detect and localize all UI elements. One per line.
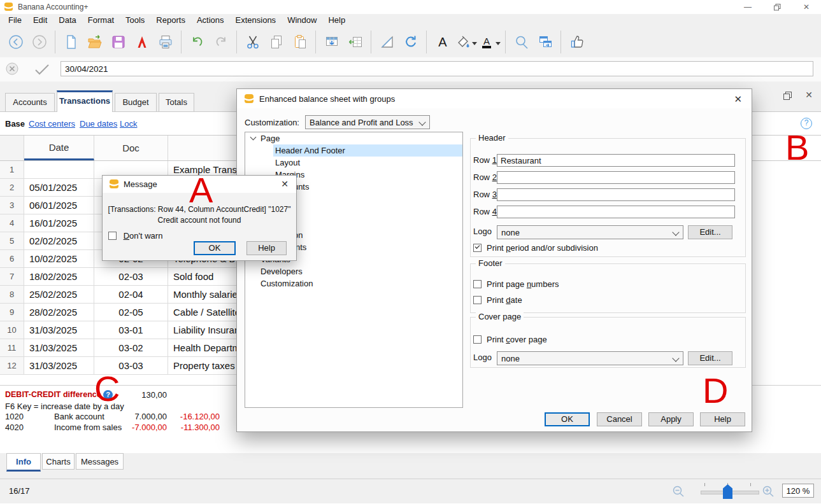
print-period-label[interactable]: Print period and/or subdivision <box>487 244 598 253</box>
row-number-cell[interactable]: 1 <box>0 161 24 179</box>
ok-button[interactable]: OK <box>545 412 590 426</box>
new-file-button[interactable] <box>59 29 83 55</box>
text-format-button[interactable]: A <box>431 29 454 55</box>
row-number-cell[interactable]: 7 <box>0 268 24 286</box>
table-cell[interactable]: 18/02/2025 <box>24 268 94 286</box>
dont-warn-checkbox[interactable] <box>108 232 117 240</box>
row-number-cell[interactable]: 2 <box>0 179 24 197</box>
search-button[interactable] <box>510 29 533 55</box>
tree-item-page[interactable]: Page <box>245 132 462 144</box>
tab-charts[interactable]: Charts <box>42 453 75 470</box>
tab-transactions[interactable]: Transactions <box>57 90 113 112</box>
doc-column-header[interactable]: Doc <box>94 136 168 160</box>
cell-value-input[interactable] <box>61 61 813 76</box>
table-cell[interactable]: 10/02/2025 <box>24 250 94 268</box>
menu-format[interactable]: Format <box>82 14 120 27</box>
pdf-export-button[interactable] <box>130 29 153 55</box>
menu-help[interactable]: Help <box>322 14 351 27</box>
table-cell[interactable]: 31/03/2025 <box>24 357 94 375</box>
insert-rows-button[interactable] <box>320 29 343 55</box>
windows-button[interactable] <box>533 29 557 55</box>
table-cell[interactable]: 06/01/2025 <box>24 197 94 214</box>
tree-item-header-and-footer[interactable]: Header And Footer <box>245 144 462 157</box>
menu-tools[interactable]: Tools <box>120 14 150 27</box>
print-date-checkbox[interactable] <box>473 296 482 304</box>
chevron-down-icon[interactable] <box>250 134 257 141</box>
view-link-lock[interactable]: Lock <box>120 119 137 129</box>
tab-budget[interactable]: Budget <box>115 93 157 111</box>
view-base-label[interactable]: Base <box>5 119 25 129</box>
tree-item-developers[interactable]: Developers <box>245 265 462 277</box>
undo-button[interactable] <box>185 29 209 55</box>
table-cell[interactable]: 31/03/2025 <box>24 321 94 339</box>
cut-button[interactable] <box>241 29 264 55</box>
apply-button[interactable]: Apply <box>648 412 694 426</box>
mdi-restore-icon[interactable] <box>783 91 792 102</box>
table-cell[interactable]: 05/01/2025 <box>24 179 94 197</box>
table-cell[interactable]: 28/02/2025 <box>24 304 94 321</box>
menu-edit[interactable]: Edit <box>27 14 53 27</box>
tree-item-layout[interactable]: Layout <box>245 157 462 169</box>
date-column-header[interactable]: Date <box>24 136 94 160</box>
row1-input[interactable] <box>497 154 735 167</box>
add-row-button[interactable] <box>343 29 367 55</box>
row-number-cell[interactable]: 11 <box>0 339 24 357</box>
restore-icon[interactable] <box>762 0 792 14</box>
table-cell[interactable]: 02/02/2025 <box>24 232 94 250</box>
row3-input[interactable] <box>497 188 735 201</box>
redo-button[interactable] <box>209 29 232 55</box>
menu-extensions[interactable]: Extensions <box>230 14 282 27</box>
paste-button[interactable] <box>288 29 311 55</box>
reject-edit-button[interactable] <box>6 62 18 78</box>
back-button[interactable] <box>4 29 27 55</box>
mdi-close-icon[interactable]: ✕ <box>805 90 813 100</box>
view-link-cost-centers[interactable]: Cost centers <box>29 119 75 129</box>
print-cover-page-checkbox[interactable] <box>473 335 482 344</box>
row-number-cell[interactable]: 9 <box>0 304 24 321</box>
print-cover-page-label[interactable]: Print cover page <box>487 335 547 344</box>
accept-edit-button[interactable] <box>33 63 51 78</box>
cover-logo-select[interactable]: none <box>497 351 683 365</box>
row-number-cell[interactable]: 4 <box>0 214 24 232</box>
dialog-title-bar[interactable]: Enhanced balance sheet with groups ✕ <box>237 89 752 108</box>
background-color-button[interactable] <box>454 29 478 55</box>
tab-messages[interactable]: Messages <box>76 453 124 470</box>
copy-button[interactable] <box>264 29 288 55</box>
header-logo-select[interactable]: none <box>497 225 683 239</box>
tree-item-customization[interactable]: Customization <box>245 277 462 290</box>
save-button[interactable] <box>106 29 130 55</box>
row-number-cell[interactable]: 3 <box>0 197 24 214</box>
message-help-button[interactable]: Help <box>246 241 287 255</box>
table-cell[interactable] <box>24 161 94 179</box>
page-setup-button[interactable] <box>375 29 399 55</box>
menu-data[interactable]: Data <box>53 14 82 27</box>
row2-input[interactable] <box>497 171 735 184</box>
dialog-close-icon[interactable]: ✕ <box>734 94 742 105</box>
dont-warn-label[interactable]: Don't warn <box>124 231 163 241</box>
print-period-checkbox[interactable] <box>473 244 482 252</box>
help-button[interactable]: Help <box>700 412 745 426</box>
minimize-icon[interactable]: — <box>733 0 762 14</box>
like-button[interactable] <box>565 29 589 55</box>
tab-totals[interactable]: Totals <box>159 93 194 111</box>
tab-accounts[interactable]: Accounts <box>5 93 55 111</box>
row-number-cell[interactable]: 10 <box>0 321 24 339</box>
zoom-in-icon[interactable] <box>762 485 775 500</box>
open-file-button[interactable] <box>83 29 106 55</box>
row-number-cell[interactable]: 12 <box>0 357 24 375</box>
text-color-button[interactable]: A <box>478 29 501 55</box>
close-icon[interactable]: ✕ <box>792 0 821 14</box>
header-logo-edit-button[interactable]: Edit... <box>688 225 732 239</box>
menu-file[interactable]: File <box>3 14 27 27</box>
forward-button[interactable] <box>27 29 51 55</box>
print-button[interactable] <box>153 29 177 55</box>
table-cell[interactable]: 03-02 <box>94 339 168 357</box>
table-cell[interactable]: 03-01 <box>94 321 168 339</box>
table-cell[interactable]: 25/02/2025 <box>24 286 94 304</box>
cover-logo-edit-button[interactable]: Edit... <box>688 351 732 365</box>
table-cell[interactable]: 02-03 <box>94 268 168 286</box>
print-page-numbers-checkbox[interactable] <box>473 280 482 288</box>
table-cell[interactable]: 31/03/2025 <box>24 339 94 357</box>
cancel-button[interactable]: Cancel <box>597 412 642 426</box>
menu-reports[interactable]: Reports <box>150 14 191 27</box>
